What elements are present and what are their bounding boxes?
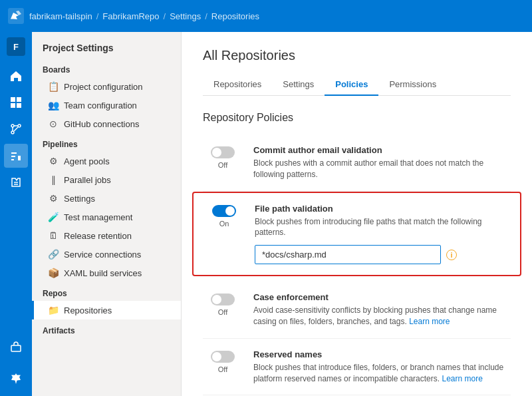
learn-more-reserved[interactable]: Learn more: [442, 374, 482, 383]
tab-permissions[interactable]: Permissions: [378, 74, 447, 96]
policy-row-file-path: On File path validation Block pushes fro…: [192, 192, 521, 277]
sidebar-item-repositories[interactable]: 📁 Repositories: [32, 301, 181, 319]
policy-row-commit-author: Off Commit author email validation Block…: [203, 134, 511, 192]
policy-title-commit-author: Commit author email validation: [253, 145, 511, 155]
sidebar-section-artifacts: Artifacts: [32, 319, 181, 338]
azure-devops-logo: [8, 8, 24, 24]
sidebar-item-test-mgmt[interactable]: 🧪 Test management: [32, 208, 181, 226]
svg-rect-4: [17, 103, 21, 108]
main-layout: F Project Settings Boards 📋 Projec: [0, 32, 532, 396]
learn-more-case[interactable]: Learn more: [409, 317, 450, 326]
toggle-reserved-names[interactable]: [211, 351, 235, 363]
nav-boards[interactable]: [4, 91, 28, 114]
release-retention-icon: 🗓: [48, 230, 59, 241]
tab-repositories[interactable]: Repositories: [203, 74, 272, 96]
github-icon: ⊙: [48, 118, 59, 129]
sidebar-item-release-retention[interactable]: 🗓 Release retention: [32, 226, 181, 245]
topbar: fabrikam-tailspin / FabrikamRepo / Setti…: [0, 0, 532, 32]
svg-line-10: [14, 127, 18, 131]
svg-point-7: [11, 131, 14, 134]
sidebar-item-project-config[interactable]: 📋 Project configuration: [32, 77, 181, 96]
sidebar-item-xaml[interactable]: 📦 XAML build services: [32, 264, 181, 282]
nav-repos[interactable]: [4, 117, 28, 141]
svg-rect-1: [11, 97, 15, 102]
nav-testplans[interactable]: [4, 170, 28, 194]
sidebar-title: Project Settings: [32, 32, 181, 59]
project-config-icon: 📋: [48, 81, 59, 92]
nav-home[interactable]: [4, 64, 28, 88]
tab-policies[interactable]: Policies: [325, 74, 378, 96]
nav-artifacts[interactable]: [4, 335, 28, 359]
policy-desc-case-enforcement: Avoid case-sensitivity conflicts by bloc…: [253, 305, 511, 327]
tabs-bar: Repositories Settings Policies Permissio…: [203, 74, 511, 96]
icon-rail: F: [0, 32, 32, 396]
toggle-label-reserved-names: Off: [218, 365, 227, 373]
user-avatar[interactable]: F: [7, 37, 25, 56]
svg-point-6: [18, 124, 21, 127]
test-mgmt-icon: 🧪: [48, 212, 59, 222]
toggle-file-path[interactable]: [212, 205, 236, 217]
sidebar-item-github[interactable]: ⊙ GitHub connections: [32, 114, 181, 133]
toggle-label-file-path: On: [219, 220, 229, 228]
sidebar-section-repos: Repos: [32, 282, 181, 301]
sidebar-section-boards: Boards: [32, 59, 181, 77]
sidebar: Project Settings Boards 📋 Project config…: [32, 32, 182, 396]
breadcrumb: fabrikam-tailspin / FabrikamRepo / Setti…: [29, 11, 259, 21]
svg-rect-2: [17, 97, 21, 102]
sidebar-item-service-connections[interactable]: 🔗 Service connections: [32, 245, 181, 264]
policy-title-reserved-names: Reserved names: [253, 349, 511, 359]
toggle-label-commit-author: Off: [218, 161, 227, 169]
team-config-icon: 👥: [48, 100, 59, 110]
policy-title-case-enforcement: Case enforcement: [253, 292, 511, 302]
policy-desc-commit-author: Block pushes with a commit author email …: [253, 158, 511, 180]
sidebar-item-team-config[interactable]: 👥 Team configuration: [32, 96, 181, 114]
toggle-label-case-enforcement: Off: [218, 308, 227, 316]
policy-title-file-path: File path validation: [255, 204, 509, 214]
sidebar-item-parallel-jobs[interactable]: ∥ Parallel jobs: [32, 170, 181, 189]
agent-pools-icon: ⚙: [48, 156, 59, 166]
settings-icon: ⚙: [48, 193, 59, 204]
svg-rect-13: [11, 345, 21, 351]
sidebar-section-pipelines: Pipelines: [32, 133, 181, 152]
nav-settings[interactable]: [4, 367, 28, 391]
sidebar-item-agent-pools[interactable]: ⚙ Agent pools: [32, 152, 181, 170]
policy-desc-reserved-names: Block pushes that introduce files, folde…: [253, 362, 511, 385]
toggle-case-enforcement[interactable]: [211, 294, 235, 305]
content-area: All Repositories Repositories Settings P…: [182, 32, 532, 396]
sidebar-item-settings[interactable]: ⚙ Settings: [32, 189, 181, 208]
info-icon[interactable]: i: [446, 250, 457, 260]
nav-pipelines[interactable]: [4, 144, 28, 168]
tab-settings[interactable]: Settings: [272, 74, 325, 96]
section-title: Repository Policies: [203, 112, 511, 124]
parallel-jobs-icon: ∥: [48, 174, 59, 185]
service-connections-icon: 🔗: [48, 249, 59, 260]
xaml-icon: 📦: [48, 268, 59, 278]
policy-row-case-enforcement: Off Case enforcement Avoid case-sensitiv…: [203, 282, 511, 339]
toggle-commit-author[interactable]: [211, 146, 235, 158]
policy-row-reserved-names: Off Reserved names Block pushes that int…: [203, 339, 511, 396]
policy-desc-file-path: Block pushes from introducing file paths…: [255, 216, 509, 239]
svg-rect-3: [11, 103, 15, 108]
page-title: All Repositories: [203, 48, 511, 63]
svg-point-5: [11, 124, 14, 127]
repositories-icon: 📁: [48, 305, 59, 315]
file-path-input[interactable]: [255, 245, 441, 264]
